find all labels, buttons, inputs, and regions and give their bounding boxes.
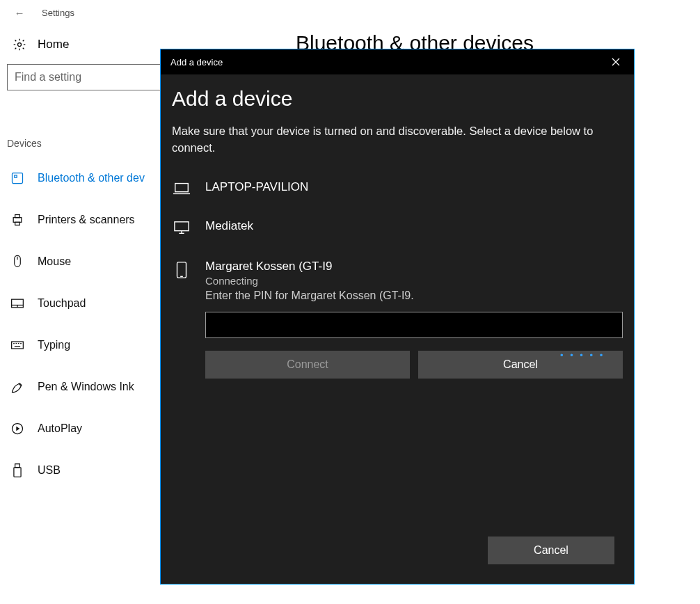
sidebar-item-label: Pen & Windows Ink — [38, 381, 134, 393]
autoplay-icon — [10, 422, 25, 436]
sidebar-item-label: Mouse — [38, 255, 71, 268]
svg-rect-22 — [14, 468, 21, 477]
device-row-desktop[interactable]: Mediatek — [172, 212, 623, 253]
printer-icon — [10, 213, 25, 227]
add-device-dialog: Add a device Add a device Make sure that… — [160, 49, 635, 585]
cancel-button[interactable]: Cancel — [488, 537, 614, 564]
device-row-connecting[interactable]: Margaret Kossen (GT-I9 Connecting — [172, 253, 623, 289]
dialog-subtext: Make sure that your device is turned on … — [172, 123, 623, 157]
home-label: Home — [38, 38, 69, 51]
svg-rect-6 — [15, 215, 20, 218]
device-row-laptop[interactable]: LAPTOP-PAVILION — [172, 173, 623, 212]
svg-rect-7 — [15, 222, 20, 225]
sidebar-item-label: Touchpad — [38, 297, 86, 310]
pin-input[interactable] — [205, 312, 623, 338]
gear-icon — [11, 36, 28, 53]
svg-rect-21 — [15, 464, 20, 468]
svg-rect-4 — [15, 175, 17, 177]
phone-icon — [172, 260, 191, 279]
sidebar-item-label: USB — [38, 464, 61, 477]
sidebar-item-label: Typing — [38, 339, 70, 351]
sidebar-item-label: Printers & scanners — [38, 214, 135, 226]
sidebar-item-label: AutoPlay — [38, 422, 82, 435]
svg-rect-30 — [177, 262, 186, 278]
svg-rect-25 — [175, 183, 189, 191]
back-icon[interactable]: ← — [13, 7, 26, 19]
device-name: Mediatek — [205, 219, 253, 233]
svg-rect-13 — [12, 342, 24, 349]
pen-icon — [10, 380, 25, 394]
close-icon[interactable] — [607, 54, 624, 71]
svg-point-0 — [18, 43, 22, 47]
svg-rect-3 — [13, 173, 23, 184]
keyboard-icon — [10, 340, 25, 350]
pin-prompt: Enter the PIN for Margaret Kossen (GT-I9… — [205, 289, 623, 302]
svg-marker-20 — [16, 427, 19, 431]
desktop-icon — [172, 219, 191, 236]
dialog-bar-title: Add a device — [170, 57, 223, 67]
sidebar-item-label: Bluetooth & other dev — [38, 172, 145, 184]
svg-rect-5 — [13, 218, 22, 223]
device-status: Connecting — [205, 275, 332, 287]
search-placeholder: Find a setting — [15, 71, 81, 84]
usb-icon — [10, 463, 25, 478]
device-name: LAPTOP-PAVILION — [205, 180, 308, 194]
dialog-title-bar: Add a device — [161, 49, 634, 74]
connect-button[interactable]: Connect — [205, 351, 410, 379]
window-title: Settings — [42, 8, 74, 18]
device-name: Margaret Kossen (GT-I9 — [205, 260, 332, 273]
svg-rect-27 — [175, 222, 189, 231]
dialog-heading: Add a device — [172, 87, 623, 111]
settings-top-bar: ← Settings — [0, 0, 700, 25]
touchpad-icon — [10, 298, 25, 309]
laptop-icon — [172, 180, 191, 196]
mouse-icon — [10, 255, 25, 269]
loading-dots-icon: • • • • • — [560, 350, 605, 360]
bluetooth-tile-icon — [10, 171, 25, 185]
